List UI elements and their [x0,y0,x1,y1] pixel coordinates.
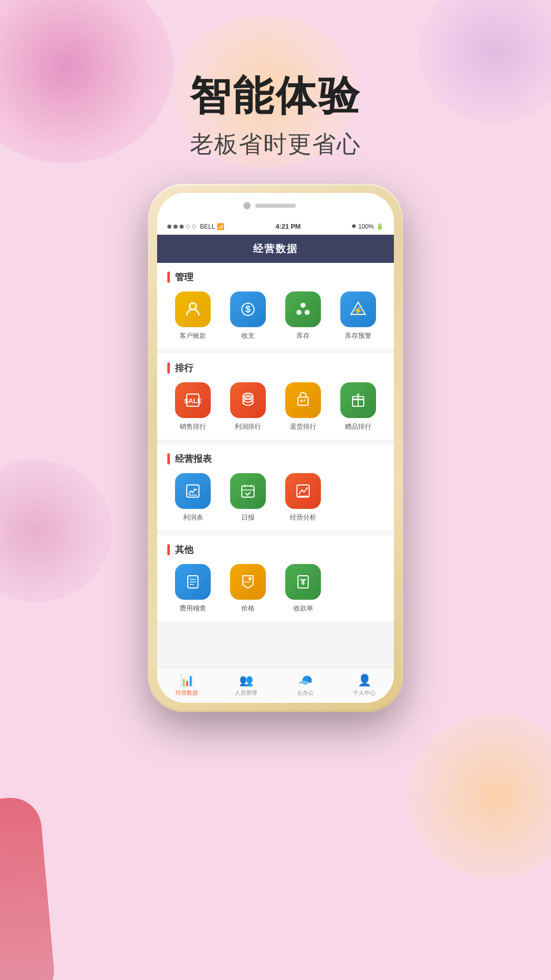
list-item[interactable]: 利润表 [167,473,218,522]
inventory-warning-icon: ⚡ [340,291,376,327]
svg-text:↩: ↩ [300,397,306,405]
bluetooth-icon: ✱ [352,223,356,230]
list-item[interactable]: 经营分析 [278,473,329,522]
section-manage: 管理 客户账款 $ 收支 [157,263,394,349]
status-right: ✱ 100% 🔋 [352,223,384,230]
bg-blob-bottom-right [408,715,551,878]
phone-inner: BELL 📶 4:21 PM ✱ 100% 🔋 经营数据 [157,193,394,703]
svg-point-4 [300,303,306,308]
profit-ranking-icon [230,382,266,418]
tab-cloud-office-icon: 🧢 [298,674,312,687]
section-manage-header: 管理 [167,271,384,283]
list-item[interactable]: 库存 [278,291,329,340]
tab-business-data-label: 经营数据 [176,689,198,697]
phone-mockup: BELL 📶 4:21 PM ✱ 100% 🔋 经营数据 [148,184,403,712]
svg-point-5 [296,310,302,315]
section-others-title: 其他 [175,544,193,556]
price-label: 价格 [241,604,255,613]
svg-point-12 [243,393,253,399]
tab-cloud-office-label: 云办公 [297,689,314,697]
tab-bar: 📊 经营数据 👥 人员管理 🧢 云办公 👤 个人中心 [157,667,394,703]
status-bar: BELL 📶 4:21 PM ✱ 100% 🔋 [157,218,394,235]
tab-business-data-icon: 📊 [180,674,194,687]
gift-ranking-label: 赠品排行 [345,422,371,431]
ranking-grid: SALE 销售排行 利润排行 ↩ [167,382,384,431]
income-expense-label: 收支 [241,331,255,340]
list-item[interactable]: ⚡ 库存预警 [333,291,384,340]
signal-dot-3 [180,225,184,229]
section-others-header: 其他 [167,544,384,556]
status-time: 4:21 PM [276,223,300,230]
section-manage-title: 管理 [175,271,193,283]
others-grid: 费用稽查 价格 ¥ 收款单 [167,564,384,613]
section-bar [167,453,170,464]
tab-cloud-office[interactable]: 🧢 云办公 [276,668,335,703]
return-ranking-label: 退货排行 [290,422,316,431]
inventory-warning-label: 库存预警 [345,331,371,340]
tab-personal-center-label: 个人中心 [353,689,375,697]
receipt-icon: ¥ [285,564,321,600]
customer-account-label: 客户账款 [180,331,206,340]
income-expense-icon: $ [230,291,266,327]
status-left: BELL 📶 [167,223,224,230]
business-analysis-icon [285,473,321,509]
carrier-name: BELL [200,223,215,230]
list-item[interactable]: ↩ 退货排行 [278,382,329,431]
bg-blob-bottom-left [0,795,57,980]
list-item[interactable]: 客户账款 [167,291,218,340]
svg-text:¥: ¥ [301,578,306,586]
section-bar [167,272,170,283]
app-header-title: 经营数据 [157,242,394,256]
hero-subtitle: 老板省时更省心 [0,129,551,160]
reports-grid: 利润表 日报 经营分析 [167,473,384,522]
signal-dot-2 [173,225,178,229]
phone-outer-shell: BELL 📶 4:21 PM ✱ 100% 🔋 经营数据 [148,184,403,712]
svg-point-27 [248,577,252,580]
profit-ranking-label: 利润排行 [235,422,261,431]
battery-label: 100% [358,223,374,230]
inventory-icon [285,291,321,327]
svg-point-6 [305,310,310,315]
list-item[interactable]: $ 收支 [222,291,273,340]
hero-title: 智能体验 [0,71,551,120]
section-reports-title: 经营报表 [175,453,212,465]
profit-sheet-icon [175,473,211,509]
app-content: 管理 客户账款 $ 收支 [157,263,394,667]
business-analysis-label: 经营分析 [290,513,316,522]
list-item[interactable]: SALE 销售排行 [167,382,218,431]
list-item[interactable]: 日报 [222,473,273,522]
tab-staff-management-label: 人员管理 [235,689,257,697]
tab-staff-management-icon: 👥 [239,674,253,687]
phone-top-bar [157,193,394,218]
list-item[interactable]: 费用稽查 [167,564,218,613]
svg-text:⚡: ⚡ [353,306,363,315]
section-ranking-title: 排行 [175,362,193,374]
signal-dot-4 [186,225,190,229]
svg-text:$: $ [245,304,251,314]
list-item[interactable]: ¥ 收款单 [278,564,329,613]
wifi-icon: 📶 [217,223,224,230]
tab-business-data[interactable]: 📊 经营数据 [157,668,216,703]
svg-point-1 [190,304,195,309]
tab-personal-center-icon: 👤 [358,674,371,687]
return-ranking-icon: ↩ [285,382,321,418]
battery-icon: 🔋 [376,223,384,230]
section-bar [167,362,170,374]
list-item[interactable]: 利润排行 [222,382,273,431]
section-bar [167,544,170,555]
profit-sheet-label: 利润表 [183,513,203,522]
tab-staff-management[interactable]: 👥 人员管理 [216,668,276,703]
sales-ranking-label: 销售排行 [180,422,206,431]
price-icon [230,564,266,600]
section-reports: 经营报表 利润表 日报 [157,445,394,530]
tab-personal-center[interactable]: 👤 个人中心 [335,668,394,703]
daily-report-icon [230,473,266,509]
customer-account-icon [175,291,211,327]
list-item[interactable]: 赠品排行 [333,382,384,431]
app-header: 经营数据 [157,235,394,263]
section-ranking: 排行 SALE 销售排行 利润排行 [157,354,394,439]
phone-speaker [255,204,296,208]
list-item[interactable]: 价格 [222,564,273,613]
hero-section: 智能体验 老板省时更省心 [0,71,551,160]
signal-dot-5 [192,225,196,229]
